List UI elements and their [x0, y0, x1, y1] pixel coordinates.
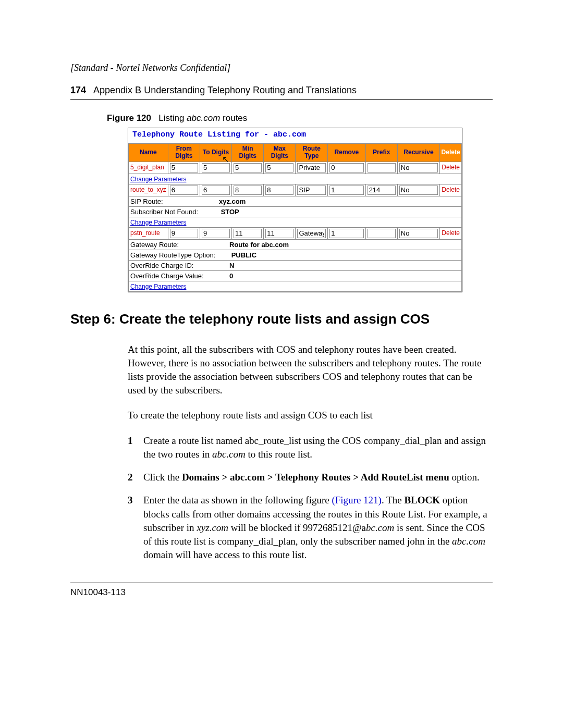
figure-panel: ↖ Telephony Route Listing for - abc.com … — [128, 128, 462, 292]
route-name-link[interactable]: pstn_route — [130, 229, 160, 237]
text: Enter the data as shown in the following… — [143, 495, 332, 505]
to-input[interactable] — [202, 163, 230, 172]
col-recursive: Recursive — [397, 144, 439, 162]
document-page: [Standard - Nortel Networks Confidential… — [0, 0, 563, 728]
route-table: Name From Digits To Digits Min Digits Ma… — [128, 143, 462, 292]
col-rtype: Route Type — [296, 144, 328, 162]
rtype-input[interactable] — [297, 186, 326, 195]
text: . The — [382, 495, 404, 505]
detail-value: Route for abc.com — [229, 241, 289, 249]
remove-input[interactable] — [329, 229, 363, 238]
remove-input[interactable] — [329, 163, 363, 172]
list-item: Enter the data as shown in the following… — [128, 493, 493, 562]
col-name: Name — [129, 144, 168, 162]
list-item: Create a route list named abc_route_list… — [128, 434, 493, 461]
to-input[interactable] — [202, 229, 230, 238]
max-input[interactable] — [265, 163, 293, 172]
detail-label: Gateway RouteType Option: — [130, 251, 229, 259]
text: Create a route list named abc_route_list… — [143, 435, 486, 460]
text-italic: xyz.com — [197, 522, 228, 533]
col-max: Max Digits — [264, 144, 296, 162]
detail-value: STOP — [221, 208, 239, 216]
rtype-input[interactable] — [297, 163, 326, 172]
table-row: pstn_route Delete — [129, 227, 462, 239]
text-bold: BLOCK — [404, 495, 440, 505]
confidential-header: [Standard - Nortel Networks Confidential… — [70, 63, 493, 73]
col-min: Min Digits — [232, 144, 264, 162]
body-paragraph: At this point, all the subscribers with … — [128, 343, 493, 398]
text-italic: abc.com — [452, 536, 485, 547]
page-number: 174 — [70, 85, 86, 95]
step-heading: Step 6: Create the telephony route lists… — [70, 311, 493, 327]
ordered-steps: Create a route list named abc_route_list… — [128, 434, 493, 562]
text-italic: abc.com — [212, 449, 246, 460]
route-name-link[interactable]: route_to_xyz — [130, 186, 166, 193]
detail-value: xyz.com — [219, 198, 246, 205]
to-input[interactable] — [202, 186, 230, 195]
col-from: From Digits — [168, 144, 200, 162]
recursive-input[interactable] — [399, 163, 438, 172]
change-parameters-link[interactable]: Change Parameters — [130, 176, 186, 183]
panel-title: Telephony Route Listing for - abc.com — [128, 128, 462, 143]
section-title: Appendix B Understanding Telephony Routi… — [93, 85, 357, 95]
change-parameters-link[interactable]: Change Parameters — [130, 283, 186, 290]
col-remove: Remove — [328, 144, 365, 162]
recursive-input[interactable] — [399, 229, 438, 238]
from-input[interactable] — [170, 229, 198, 238]
footer: NN10043-113 — [70, 583, 493, 598]
body-paragraph: To create the telephony route lists and … — [128, 409, 493, 422]
text: will be blocked if 9972685121@a — [228, 522, 366, 533]
text: option. — [449, 472, 480, 483]
detail-label: OverRide Charge ID: — [130, 262, 229, 269]
detail-value: 0 — [229, 272, 233, 280]
figure-label: Figure 120 — [107, 113, 151, 123]
delete-link[interactable]: Delete — [442, 229, 460, 237]
max-input[interactable] — [265, 229, 293, 238]
text-bold: Domains > abc.com > Telephony Routes > A… — [182, 472, 449, 483]
delete-link[interactable]: Delete — [442, 164, 460, 171]
text: domain will have access to this route li… — [143, 549, 307, 560]
prefix-input[interactable] — [368, 163, 396, 172]
col-delete: Delete — [440, 144, 462, 162]
detail-label: SIP Route: — [130, 198, 219, 205]
from-input[interactable] — [170, 163, 198, 172]
detail-label: OverRide Charge Value: — [130, 272, 229, 280]
text: Click the — [143, 472, 182, 483]
prefix-input[interactable] — [368, 229, 396, 238]
figure-text-tail: routes — [220, 113, 247, 123]
col-to: To Digits — [200, 144, 231, 162]
table-row: route_to_xyz Delete — [129, 184, 462, 196]
rtype-input[interactable] — [297, 229, 326, 238]
table-header-row: Name From Digits To Digits Min Digits Ma… — [129, 144, 462, 162]
detail-label: Subscriber Not Found: — [130, 208, 219, 216]
min-input[interactable] — [234, 229, 262, 238]
max-input[interactable] — [265, 186, 293, 195]
min-input[interactable] — [234, 163, 262, 172]
detail-label: Gateway Route: — [130, 241, 229, 249]
from-input[interactable] — [170, 186, 198, 195]
figure-text: Listing — [158, 113, 187, 123]
min-input[interactable] — [234, 186, 262, 195]
text: to this route list. — [246, 449, 312, 460]
document-id: NN10043-113 — [70, 587, 126, 597]
figure-reference-link[interactable]: (Figure 121) — [332, 495, 382, 505]
delete-link[interactable]: Delete — [442, 186, 460, 193]
col-prefix: Prefix — [365, 144, 397, 162]
figure-text-italic: abc.com — [187, 113, 220, 123]
route-name-link[interactable]: 5_digit_plan — [130, 164, 164, 171]
table-row: 5_digit_plan Delete — [129, 162, 462, 174]
change-parameters-link[interactable]: Change Parameters — [130, 219, 186, 226]
prefix-input[interactable] — [368, 186, 396, 195]
text-italic: bc.com — [366, 522, 394, 533]
running-header: 174 Appendix B Understanding Telephony R… — [70, 85, 493, 100]
list-item: Click the Domains > abc.com > Telephony … — [128, 471, 493, 484]
figure-caption: Figure 120 Listing abc.com routes — [107, 113, 493, 124]
remove-input[interactable] — [329, 186, 363, 195]
detail-value: N — [229, 262, 234, 269]
recursive-input[interactable] — [399, 186, 438, 195]
detail-value: PUBLIC — [231, 251, 256, 259]
